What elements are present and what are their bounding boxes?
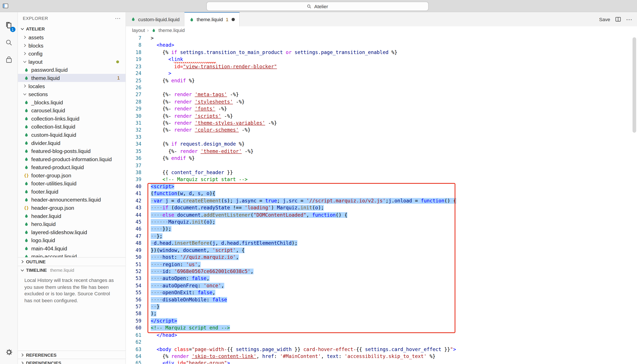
tree-file-layered-slideshow-liquid[interactable]: layered-slideshow.liquid xyxy=(18,228,126,236)
code-line-60[interactable]: <!-- Marquiz script end --> xyxy=(151,325,631,332)
tree-folder-blocks[interactable]: blocks xyxy=(18,42,126,50)
tree-file-header-group-json[interactable]: {}header-group.json xyxy=(18,204,126,212)
code-line-51[interactable]: ····region: 'us', xyxy=(151,261,631,268)
tree-file-collection-links-liquid[interactable]: collection-links.liquid xyxy=(18,114,126,123)
code-line-46[interactable]: ····}); xyxy=(151,226,631,233)
tree-file-featured-product-information-liquid[interactable]: featured-product-information.liquid xyxy=(18,155,126,163)
code-line-40[interactable]: <script> xyxy=(151,184,631,190)
code-line-65[interactable]: <div id="header-group"> xyxy=(151,360,631,364)
code-line-54[interactable]: ····autoOpenFreq: 'once', xyxy=(151,282,631,290)
tree-file-theme-liquid[interactable]: theme.liquid1 xyxy=(18,74,126,82)
tree-file-logo-liquid[interactable]: logo.liquid xyxy=(18,236,126,244)
workspace-root[interactable]: ATELIER xyxy=(18,24,126,33)
tree-folder-assets[interactable]: assets xyxy=(18,33,126,42)
code-line-39[interactable]: <!-- Marquiz script start --> xyxy=(151,176,631,184)
code-line-53[interactable]: ····autoOpen: false, xyxy=(151,275,631,282)
tree-file-footer-group-json[interactable]: {}footer-group.json xyxy=(18,171,126,180)
code-line-24[interactable]: > xyxy=(151,70,631,77)
layout-icon[interactable] xyxy=(3,3,9,9)
tree-item-label: header.liquid xyxy=(31,213,61,219)
tree-file-featured-product-liquid[interactable]: featured-product.liquid xyxy=(18,163,126,171)
code-line-27[interactable]: {%- render 'meta-tags' -%} xyxy=(151,92,631,98)
tree-file-carousel-liquid[interactable]: carousel.liquid xyxy=(18,106,126,114)
tree-folder-sections[interactable]: sections xyxy=(18,90,126,98)
code-line-23[interactable]: id="view-transition-render-blocker" xyxy=(151,63,631,70)
code-line-58[interactable]: ); xyxy=(151,311,631,318)
code-line-8[interactable]: <head> xyxy=(151,42,631,49)
dependencies-panel-header[interactable]: DEPENDENCIES xyxy=(18,358,126,364)
tree-file-blocks-liquid[interactable]: _blocks.liquid xyxy=(18,98,126,106)
code-line-48[interactable]: ·d.head.insertBefore(j, d.head.firstElem… xyxy=(151,240,631,247)
breadcrumb-file[interactable]: theme.liquid xyxy=(158,28,185,33)
code-line-28[interactable]: {%- render 'stylesheets' -%} xyxy=(151,98,631,106)
tab-custom-liquid-liquid[interactable]: custom-liquid.liquid xyxy=(126,12,184,26)
explorer-more-actions-icon[interactable]: ⋯ xyxy=(115,15,121,22)
scrollbar-thumb[interactable] xyxy=(632,37,636,133)
save-button[interactable]: Save xyxy=(599,16,610,22)
tree-file-footer-utilities-liquid[interactable]: footer-utilities.liquid xyxy=(18,179,126,188)
code-line-57[interactable]: ··} xyxy=(151,304,631,311)
tree-folder-config[interactable]: config xyxy=(18,50,126,58)
code-line-18[interactable]: {% if settings.transition_to_main_produc… xyxy=(151,49,631,56)
code-line-26[interactable] xyxy=(151,84,631,92)
search-view-icon[interactable] xyxy=(0,34,18,51)
code-line-56[interactable]: ····disableOnMobile: false xyxy=(151,296,631,304)
explorer-icon[interactable]: 1 xyxy=(0,16,18,34)
code-line-37[interactable] xyxy=(151,162,631,169)
code-line-49[interactable]: })(window, document, 'script', { xyxy=(151,247,631,254)
code-line-42[interactable]: ·var j = d.createElement(s); j.async = t… xyxy=(151,198,631,204)
tree-file-hero-liquid[interactable]: hero.liquid xyxy=(18,220,126,228)
line-number: 26 xyxy=(126,84,141,92)
editor-more-actions-icon[interactable]: ⋯ xyxy=(626,16,632,23)
tree-file-collection-list-liquid[interactable]: collection-list.liquid xyxy=(18,122,126,131)
code-line-32[interactable]: {%- render 'color-schemes' -%} xyxy=(151,127,631,134)
code-line-29[interactable]: {%- render 'fonts' -%} xyxy=(151,106,631,113)
code-line-52[interactable]: ····id: '6968e0567ce662001c6038c5', xyxy=(151,268,631,275)
command-center-search[interactable]: Atelier xyxy=(206,2,429,11)
tree-file-custom-liquid-liquid[interactable]: custom-liquid.liquid xyxy=(18,131,126,139)
code-line-61[interactable]: </head> xyxy=(151,332,631,339)
code-line-30[interactable]: {%- render 'scripts' -%} xyxy=(151,112,631,120)
tree-item-label: header-announcements.liquid xyxy=(31,196,101,203)
split-editor-icon[interactable] xyxy=(615,16,621,22)
code-line-45[interactable]: ······Marquiz.init(o); xyxy=(151,218,631,226)
tree-file-footer-liquid[interactable]: footer.liquid xyxy=(18,188,126,196)
settings-gear-icon[interactable] xyxy=(0,343,18,361)
tree-folder-layout[interactable]: layout xyxy=(18,58,126,66)
code-line-31[interactable]: {%- render 'theme-styles-variables' -%} xyxy=(151,120,631,127)
code-line-50[interactable]: ····host: '//quiz.marquiz.io', xyxy=(151,254,631,261)
liquid-file-icon xyxy=(24,181,29,186)
tree-file-header-announcements-liquid[interactable]: header-announcements.liquid xyxy=(18,196,126,204)
tab-theme-liquid[interactable]: theme.liquid1 xyxy=(184,12,240,26)
references-panel-header[interactable]: REFERENCES xyxy=(18,350,126,359)
code-line-35[interactable]: {%- render 'theme-editor' -%} xyxy=(151,148,631,155)
code-line-44[interactable]: ····else document.addEventListener("DOMC… xyxy=(151,212,631,219)
outline-panel-header[interactable]: OUTLINE xyxy=(18,257,126,266)
tree-folder-locales[interactable]: locales xyxy=(18,82,126,90)
tree-file-divider-liquid[interactable]: divider.liquid xyxy=(18,139,126,147)
code-line-36[interactable]: {% endif %} xyxy=(151,155,631,162)
code-line-64[interactable]: {% render 'skip-to-content-link', href: … xyxy=(151,353,631,360)
tree-file-main-account-liquid[interactable]: main-account.liquid xyxy=(18,252,126,257)
code-line-34[interactable]: {% if request.design_mode %} xyxy=(151,141,631,148)
code-line-7[interactable]: > xyxy=(151,35,631,42)
code-line-47[interactable]: ··}; xyxy=(151,233,631,240)
shopify-extension-icon[interactable] xyxy=(0,51,18,69)
tree-file-password-liquid[interactable]: password.liquid xyxy=(18,66,126,74)
code-line-63[interactable]: <body class="page-width-{{ settings.page… xyxy=(151,346,631,353)
tree-file-featured-blog-posts-liquid[interactable]: featured-blog-posts.liquid xyxy=(18,147,126,155)
code-line-62[interactable] xyxy=(151,339,631,346)
code-line-43[interactable]: ····if (document.readyState !== 'loading… xyxy=(151,204,631,212)
tree-item-label: layout xyxy=(28,58,42,64)
breadcrumb-folder[interactable]: layout xyxy=(132,28,145,33)
tree-file-main-404-liquid[interactable]: main-404.liquid xyxy=(18,244,126,252)
code-line-25[interactable]: {% endif %} xyxy=(151,77,631,84)
code-line-38[interactable]: {{ content_for_header }} xyxy=(151,169,631,176)
code-line-19[interactable]: <link xyxy=(151,56,631,63)
code-line-55[interactable]: ····openOnExit: false, xyxy=(151,290,631,296)
code-line-33[interactable] xyxy=(151,134,631,141)
tree-file-header-liquid[interactable]: header.liquid xyxy=(18,212,126,220)
timeline-panel-header[interactable]: TIMELINE theme.liquid xyxy=(18,266,126,274)
code-line-59[interactable]: </script> xyxy=(151,318,631,325)
code-line-41[interactable]: (function(w, d, s, o){ xyxy=(151,190,631,198)
